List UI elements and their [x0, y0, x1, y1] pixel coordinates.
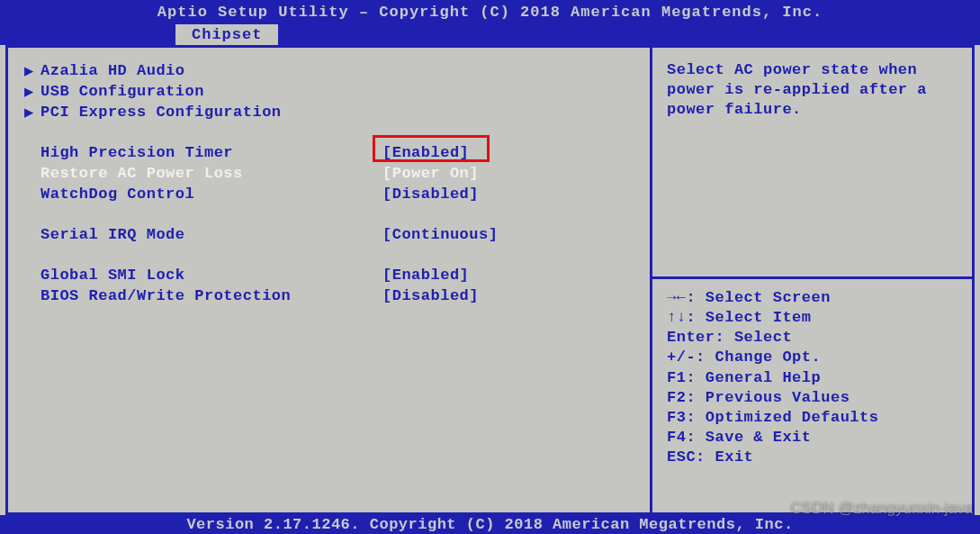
setting-label: WatchDog Control — [40, 186, 382, 203]
triangle-icon: ▶ — [24, 82, 40, 101]
help-panel: Select AC power state when power is re-a… — [652, 48, 972, 512]
triangle-icon: ▶ — [24, 103, 40, 122]
setting-label: Global SMI Lock — [40, 267, 382, 284]
watermark: CSDN @zhangyunxin-java — [791, 500, 973, 518]
key-help-item: +/-: Change Opt. — [667, 348, 958, 367]
setting-label: BIOS Read/Write Protection — [40, 287, 382, 304]
key-help-item: ↑↓: Select Item — [667, 308, 958, 328]
settings-panel: ▶ Azalia HD Audio ▶ USB Configuration ▶ … — [8, 48, 652, 512]
setting-label: Restore AC Power Loss — [40, 165, 382, 182]
title-bar: Aptio Setup Utility – Copyright (C) 2018… — [0, 0, 980, 24]
key-help-item: F1: General Help — [667, 368, 958, 388]
key-help-item: F2: Previous Values — [667, 388, 958, 408]
key-help-item: F3: Optimized Defaults — [667, 408, 958, 428]
setting-value: [Continuous] — [382, 226, 498, 243]
submenu-label: USB Configuration — [40, 83, 382, 100]
main-area: ▶ Azalia HD Audio ▶ USB Configuration ▶ … — [5, 45, 975, 515]
submenu-azalia-audio[interactable]: ▶ Azalia HD Audio — [24, 60, 634, 80]
key-help-item: →←: Select Screen — [667, 288, 958, 308]
bios-screen: Aptio Setup Utility – Copyright (C) 2018… — [0, 0, 980, 534]
setting-label: High Precision Timer — [40, 144, 382, 161]
submenu-usb-config[interactable]: ▶ USB Configuration — [24, 81, 634, 101]
key-help-item: ESC: Exit — [667, 448, 958, 467]
setting-global-smi-lock[interactable]: Global SMI Lock [Enabled] — [24, 265, 634, 285]
setting-value: [Enabled] — [382, 267, 469, 284]
setting-watchdog-control[interactable]: WatchDog Control [Disabled] — [24, 184, 634, 204]
setting-value: [Disabled] — [382, 186, 479, 203]
setting-serial-irq-mode[interactable]: Serial IRQ Mode [Continuous] — [24, 224, 634, 244]
submenu-label: PCI Express Configuration — [40, 104, 382, 121]
setting-bios-rw-protection[interactable]: BIOS Read/Write Protection [Disabled] — [24, 285, 634, 305]
tab-row: Chipset — [0, 24, 980, 45]
key-help-item: Enter: Select — [667, 328, 958, 348]
tab-chipset[interactable]: Chipset — [175, 24, 278, 45]
key-help-item: F4: Save & Exit — [667, 428, 958, 448]
submenu-pci-express[interactable]: ▶ PCI Express Configuration — [24, 102, 634, 122]
triangle-icon: ▶ — [24, 61, 40, 80]
setting-high-precision-timer[interactable]: High Precision Timer [Enabled] — [24, 142, 634, 162]
setting-value: [Power On] — [382, 165, 479, 182]
setting-value: [Enabled] — [382, 144, 469, 161]
help-description: Select AC power state when power is re-a… — [652, 48, 972, 132]
footer-version: Version 2.17.1246. Copyright (C) 2018 Am… — [0, 515, 980, 534]
setting-label: Serial IRQ Mode — [40, 226, 382, 243]
key-help-list: →←: Select Screen ↑↓: Select Item Enter:… — [652, 279, 972, 476]
submenu-label: Azalia HD Audio — [40, 62, 382, 79]
setting-value: [Disabled] — [382, 287, 479, 304]
setting-restore-ac-power-loss[interactable]: Restore AC Power Loss [Power On] — [24, 163, 634, 183]
